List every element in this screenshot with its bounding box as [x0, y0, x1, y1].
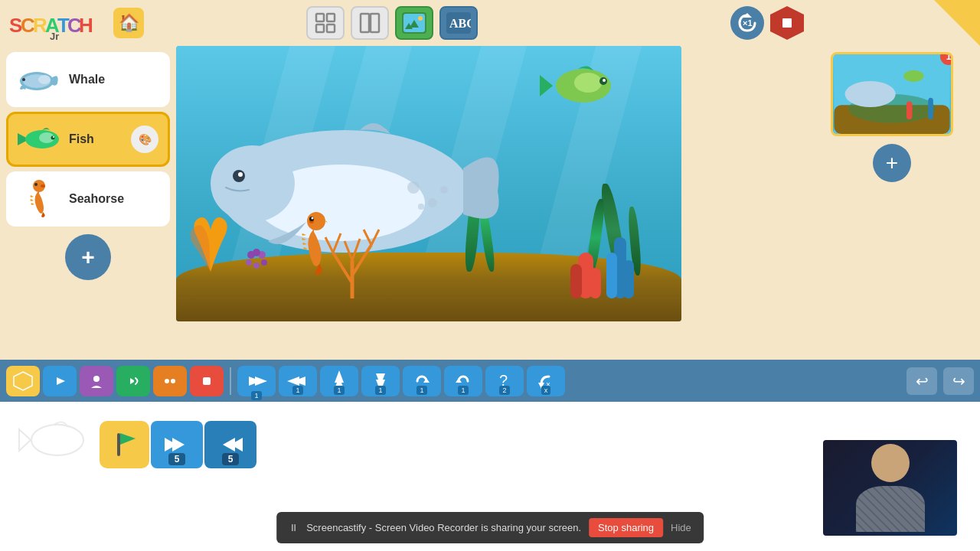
end-category-btn[interactable]	[190, 366, 224, 396]
svg-point-33	[51, 136, 55, 140]
coral-pink	[567, 237, 605, 298]
stop-btn[interactable]	[770, 6, 804, 40]
svg-rect-69	[606, 253, 617, 298]
top-center-tools: ABC	[306, 6, 478, 40]
coral-blue	[605, 230, 635, 298]
svg-marker-114	[172, 438, 185, 452]
svg-rect-95	[203, 377, 211, 385]
svg-marker-47	[540, 75, 553, 96]
svg-marker-112	[120, 433, 136, 445]
svg-rect-9	[316, 14, 324, 21]
svg-rect-14	[371, 14, 379, 32]
svg-marker-105	[456, 378, 462, 383]
fish-stage-sprite[interactable]	[536, 61, 612, 111]
svg-rect-66	[570, 264, 582, 298]
sprite-item-fish[interactable]: Fish 🎨	[6, 112, 170, 167]
home-button[interactable]: 🏠	[113, 8, 144, 38]
svg-marker-97	[255, 377, 267, 386]
svg-point-76	[253, 262, 260, 269]
sprite-item-whale[interactable]: Whale	[6, 52, 170, 107]
svg-point-55	[312, 217, 314, 220]
anemone	[245, 249, 268, 272]
sprite-panel: Whale Fish 🎨	[0, 46, 176, 337]
svg-point-92	[165, 379, 169, 383]
svg-line-61	[364, 230, 371, 245]
svg-marker-99	[287, 377, 299, 386]
webcam-feed	[823, 440, 957, 536]
svg-line-57	[333, 253, 352, 283]
logo-svg: S C R A T C H Jr	[8, 6, 107, 40]
abc-btn[interactable]: ABC	[439, 6, 478, 40]
svg-rect-12	[327, 24, 335, 32]
fish-name: Fish	[69, 132, 94, 146]
top-right-tools: ×1	[730, 6, 804, 40]
sprite-item-seahorse[interactable]: Seahorse	[6, 171, 170, 227]
move-left-block[interactable]: 1	[279, 366, 317, 396]
svg-point-75	[261, 259, 267, 266]
sound-category-btn[interactable]	[116, 366, 150, 396]
scene-panel: 1 +	[804, 46, 980, 188]
svg-line-64	[352, 239, 360, 260]
script-blocks-container: 5 5	[100, 421, 256, 468]
move-down-block[interactable]: 1	[361, 366, 400, 396]
undo-button[interactable]: ↩	[906, 367, 937, 395]
turn-right-block[interactable]: 1	[403, 366, 441, 396]
screencast-pause-icon: ⏸	[289, 522, 299, 533]
svg-marker-116	[223, 438, 235, 452]
redo-button[interactable]: ↪	[943, 367, 974, 395]
svg-point-19	[418, 16, 423, 21]
stop-sharing-button[interactable]: Stop sharing	[589, 518, 663, 537]
full-screen-btn[interactable]	[306, 6, 345, 40]
webcam-inner	[823, 440, 957, 536]
screencast-bar: ⏸ Screencastify - Screen Video Recorder …	[276, 512, 704, 543]
move-left-count: 5	[222, 453, 240, 465]
move-left-script-block[interactable]: 5	[204, 421, 256, 468]
fish-outline-icon	[15, 413, 84, 467]
svg-marker-85	[14, 372, 32, 390]
turn-left-block[interactable]: 1	[444, 366, 482, 396]
hop-block[interactable]: ? 2	[485, 366, 524, 396]
top-bar: S C R A T C H Jr 🏠 ABC ×1	[0, 0, 980, 46]
coral-yellow	[188, 203, 234, 272]
trigger-category-btn[interactable]	[6, 366, 40, 396]
whale-icon	[18, 60, 60, 99]
svg-rect-10	[327, 14, 335, 21]
svg-point-41	[407, 181, 420, 194]
toolbar-divider	[230, 367, 231, 395]
looks-category-btn[interactable]	[80, 366, 113, 396]
add-scene-button[interactable]: +	[873, 144, 911, 182]
svg-line-59	[325, 237, 333, 253]
two-pane-btn[interactable]	[351, 6, 389, 40]
svg-point-37	[34, 183, 38, 186]
move-up-block[interactable]: 1	[320, 366, 358, 396]
svg-text:H: H	[79, 14, 93, 37]
undo-redo-group: ↩ ↪	[906, 367, 974, 395]
svg-point-82	[903, 70, 923, 82]
go-home-block[interactable]: × x	[527, 366, 565, 396]
svg-text:Jr: Jr	[50, 31, 59, 40]
svg-rect-70	[623, 260, 634, 298]
svg-point-74	[246, 259, 252, 266]
hide-button[interactable]: Hide	[671, 522, 691, 533]
reset-btn[interactable]: ×1	[730, 6, 764, 40]
paint-button[interactable]: 🎨	[131, 126, 158, 153]
svg-marker-101	[335, 370, 344, 383]
seahorse-name: Seahorse	[69, 192, 124, 206]
svg-rect-13	[361, 14, 369, 32]
motion-category-btn[interactable]	[43, 366, 77, 396]
seahorse-icon	[18, 180, 60, 218]
move-right-block[interactable]: 1	[237, 366, 276, 396]
flag-trigger-block[interactable]	[100, 421, 149, 468]
svg-rect-25	[782, 18, 792, 28]
move-right-script-block[interactable]: 5	[151, 421, 203, 468]
add-sprite-button[interactable]: +	[65, 234, 111, 280]
svg-point-44	[418, 204, 424, 210]
scene-btn[interactable]	[395, 6, 433, 40]
scene-thumbnail[interactable]: 1	[831, 52, 953, 136]
svg-rect-84	[928, 98, 933, 119]
svg-rect-11	[316, 24, 324, 32]
svg-rect-111	[117, 433, 120, 456]
svg-rect-83	[906, 101, 913, 119]
control-category-btn[interactable]	[153, 366, 187, 396]
svg-point-36	[41, 184, 45, 187]
